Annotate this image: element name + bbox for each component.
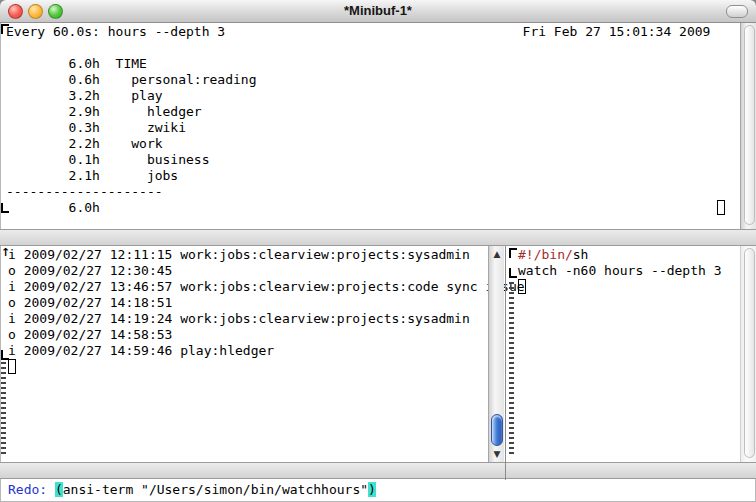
buffer-bottom-indicator-icon bbox=[509, 268, 517, 278]
modeline-timelog-text: --:-- current.timelog Bot (3726,0) darcs… bbox=[32, 478, 505, 479]
shebang-text: #!/bin/ bbox=[518, 247, 573, 262]
modeline-ansi-term[interactable]: -u:** *ansi-term* All (13,101) (Term: ch… bbox=[0, 229, 756, 246]
modeline-timelog[interactable]: --:-- current.timelog Bot (3726,0) darcs… bbox=[0, 462, 505, 479]
timelog-scrollbar-thumb[interactable] bbox=[491, 414, 503, 446]
empty-lines-indicator bbox=[1, 362, 6, 456]
terminal-cursor bbox=[717, 200, 725, 215]
term-scrollbar-thumb[interactable] bbox=[744, 25, 755, 225]
modeline-watchhours-text: --:-- watchhours All (3,0)-------- bbox=[538, 478, 756, 479]
buffer-top-indicator-icon bbox=[509, 248, 517, 258]
empty-lines-indicator bbox=[509, 282, 514, 456]
toolbar-toggle-button[interactable] bbox=[726, 5, 748, 18]
minibuffer-command-text: ansi-term "/Users/simon/bin/watchhours" bbox=[63, 482, 368, 497]
window-divider[interactable] bbox=[505, 246, 506, 480]
term-scrollbar[interactable] bbox=[740, 23, 756, 229]
scroll-up-arrow-icon[interactable]: ▲ bbox=[489, 249, 505, 259]
shebang-interpreter: sh bbox=[573, 247, 589, 262]
minibuffer-prompt: Redo: bbox=[8, 482, 55, 497]
script-cursor bbox=[518, 279, 526, 294]
window-title: *Minibuf-1* bbox=[0, 0, 756, 22]
modeline-ansi-term-text: -u:** *ansi-term* All (13,101) (Term: ch… bbox=[32, 245, 756, 246]
timelog-scrollbar[interactable]: ▲ ▼ bbox=[488, 246, 504, 462]
script-line-command: watch -n60 hours --depth 3 bbox=[518, 263, 722, 279]
buffer-bottom-indicator-icon bbox=[1, 203, 9, 213]
paren-match-open: ( bbox=[55, 482, 63, 497]
timelog-entries: i 2009/02/27 12:11:15 work:jobs:clearvie… bbox=[8, 247, 525, 359]
paren-match-close: ) bbox=[368, 482, 376, 497]
minibuffer[interactable]: Redo: (ansi-term "/Users/simon/bin/watch… bbox=[0, 480, 756, 502]
emacs-window: *Minibuf-1* Every 60.0s: hours --depth 3… bbox=[0, 0, 756, 502]
modeline-watchhours[interactable]: --:-- watchhours All (3,0)-------- bbox=[506, 462, 756, 479]
scroll-down-arrow-icon[interactable]: ▼ bbox=[489, 449, 505, 459]
watchhours-scrollbar[interactable] bbox=[740, 246, 756, 462]
titlebar[interactable]: *Minibuf-1* bbox=[0, 0, 756, 23]
watchhours-scrollbar-thumb[interactable] bbox=[744, 248, 755, 458]
script-line-shebang: #!/bin/sh bbox=[518, 247, 588, 263]
timelog-cursor bbox=[8, 359, 16, 374]
term-output: Every 60.0s: hours --depth 3 Fri Feb 27 … bbox=[6, 24, 710, 216]
